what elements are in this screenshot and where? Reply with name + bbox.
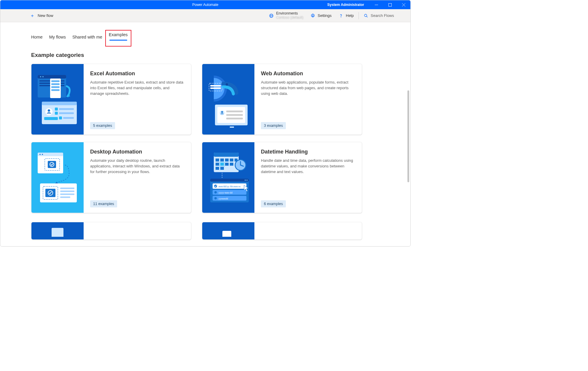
excel-illustration-icon — [35, 70, 80, 129]
svg-rect-65 — [225, 159, 229, 161]
svg-rect-63 — [216, 159, 219, 161]
tab-examples[interactable]: Examples — [109, 32, 128, 41]
svg-rect-74 — [220, 163, 224, 166]
plus-icon: ＋ — [30, 13, 35, 18]
svg-rect-80 — [210, 179, 249, 182]
svg-text:yyyy-mm-dd: yyyy-mm-dd — [219, 191, 232, 194]
svg-point-49 — [42, 154, 43, 155]
svg-text:yymmdd: yymmdd — [219, 197, 228, 200]
svg-rect-36 — [210, 87, 221, 89]
user-label[interactable]: System Administrator — [322, 3, 369, 7]
card-desktop-automation[interactable]: Desktop Automation Automate your daily d… — [31, 142, 191, 213]
cards-grid: Excel Automation Automate repetitive Exc… — [31, 64, 375, 222]
window-title: Power Automate — [192, 3, 218, 7]
card-title: Datetime Handling — [261, 149, 355, 155]
card-illustration — [202, 222, 254, 239]
globe-icon — [269, 13, 274, 18]
svg-rect-12 — [38, 75, 66, 79]
card-datetime-handling[interactable]: mm/dd/yy hh:mm:ss yyyy-mm-dd yymmdd — [202, 142, 362, 213]
svg-point-7 — [312, 15, 313, 16]
card-excel-automation[interactable]: Excel Automation Automate repetitive Exc… — [31, 64, 191, 135]
svg-rect-60 — [60, 196, 70, 198]
card-badge: 3 examples — [261, 122, 286, 129]
toolbar-divider — [358, 12, 359, 19]
card-illustration — [31, 222, 84, 239]
card-title: Web Automation — [261, 71, 355, 77]
card-illustration: mm/dd/yy hh:mm:ss yyyy-mm-dd yymmdd — [202, 142, 254, 213]
svg-rect-30 — [59, 112, 74, 114]
title-bar-right: System Administrator — [322, 0, 410, 9]
web-illustration-icon — [206, 70, 251, 129]
content-area: Home My flows Shared with me Examples Ex… — [0, 22, 410, 246]
minimize-button[interactable] — [369, 0, 383, 9]
toolbar: ＋ New flow Environments Contoso (default… — [0, 9, 410, 22]
search-input[interactable] — [371, 13, 403, 18]
card-badge: 11 examples — [90, 200, 117, 207]
card-illustration — [31, 142, 84, 213]
settings-button[interactable]: Settings — [307, 9, 335, 22]
svg-rect-45 — [230, 127, 234, 128]
pdf-partial-icon — [49, 225, 66, 237]
svg-point-8 — [341, 17, 341, 17]
card-text-partial[interactable] — [202, 222, 362, 240]
svg-rect-19 — [51, 80, 60, 82]
card-title: Excel Automation — [90, 71, 184, 77]
svg-rect-69 — [225, 163, 229, 166]
tab-examples-highlight: Examples — [105, 30, 131, 47]
svg-point-41 — [221, 111, 223, 113]
environments-value: Contoso (default) — [276, 16, 303, 20]
svg-rect-24 — [42, 102, 77, 105]
search-flows[interactable] — [360, 13, 407, 18]
svg-rect-89 — [213, 196, 246, 201]
maximize-button[interactable] — [383, 0, 397, 9]
app-window: Power Automate System Administrator ＋ Ne… — [0, 0, 411, 247]
settings-label: Settings — [318, 13, 332, 18]
svg-rect-32 — [59, 116, 62, 119]
svg-rect-64 — [220, 159, 224, 161]
svg-line-10 — [366, 16, 367, 17]
svg-rect-33 — [63, 117, 74, 119]
svg-rect-31 — [44, 117, 58, 120]
svg-rect-22 — [51, 89, 60, 91]
svg-point-37 — [226, 83, 228, 86]
content-scroll[interactable]: Home My flows Shared with me Examples Ex… — [0, 22, 410, 246]
cards-grid-partial — [31, 222, 375, 246]
environments-text: Environments Contoso (default) — [276, 12, 303, 19]
card-illustration — [31, 64, 84, 135]
card-description: Handle date and time data, perform calcu… — [261, 158, 355, 175]
tab-my-flows[interactable]: My flows — [49, 32, 66, 43]
card-pdf-partial[interactable] — [31, 222, 191, 240]
svg-rect-20 — [51, 83, 60, 85]
svg-point-13 — [40, 76, 41, 77]
svg-rect-57 — [60, 188, 74, 189]
environments-picker[interactable]: Environments Contoso (default) — [265, 9, 307, 22]
card-illustration — [202, 64, 254, 135]
svg-rect-58 — [60, 191, 74, 192]
card-description: Automate repetitive Excel tasks, extract… — [90, 80, 184, 97]
datetime-illustration-icon: mm/dd/yy hh:mm:ss yyyy-mm-dd yymmdd — [206, 148, 251, 207]
card-web-automation[interactable]: Web Automation Automate web applications… — [202, 64, 362, 135]
desktop-illustration-icon — [35, 148, 80, 207]
svg-rect-62 — [214, 153, 239, 157]
help-button[interactable]: Help — [335, 9, 357, 22]
close-icon — [402, 3, 405, 7]
close-button[interactable] — [397, 0, 410, 9]
card-description: Automate web applications, populate form… — [261, 80, 355, 97]
section-heading: Example categories — [31, 52, 375, 58]
svg-rect-1 — [388, 3, 391, 6]
tab-home[interactable]: Home — [31, 32, 43, 43]
svg-rect-42 — [226, 111, 243, 112]
new-flow-button[interactable]: ＋ New flow — [28, 12, 56, 20]
svg-point-87 — [214, 191, 217, 194]
svg-point-48 — [39, 154, 41, 155]
help-icon — [339, 13, 343, 18]
svg-point-81 — [245, 180, 246, 181]
svg-point-26 — [48, 109, 50, 112]
maximize-icon — [388, 3, 392, 7]
svg-rect-59 — [60, 194, 74, 195]
svg-rect-93 — [222, 231, 231, 237]
title-bar: Power Automate System Administrator — [0, 0, 410, 9]
tab-shared-with-me[interactable]: Shared with me — [72, 32, 102, 43]
scrollbar-thumb[interactable] — [407, 90, 409, 182]
svg-rect-28 — [59, 108, 74, 110]
